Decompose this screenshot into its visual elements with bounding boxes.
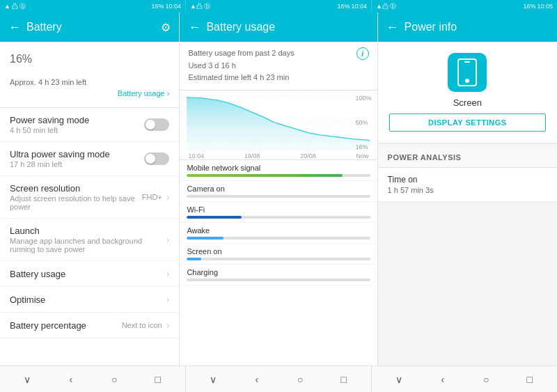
ultra-power-saving-left: Ultra power saving mode 17 h 28 min left (10, 149, 144, 168)
usage-bar-mobile-signal: Mobile network signal (180, 160, 377, 181)
power-info-back-button[interactable]: ← (386, 20, 399, 35)
launch-title: Launch (10, 226, 166, 236)
nav-home-2[interactable]: ○ (292, 372, 308, 387)
battery-settings-icon[interactable]: ⚙ (161, 21, 171, 34)
nav-down-3[interactable]: ∨ (391, 372, 407, 387)
usage-bar-screen: Screen on (180, 244, 377, 265)
nav-recents-1[interactable]: □ (150, 372, 166, 387)
battery-usage-item[interactable]: Battery usage › (0, 261, 179, 287)
usage-bar-awake: Awake (180, 223, 377, 244)
usage-bar-charging-track (187, 279, 370, 281)
nav-bar: ∨ ‹ ○ □ ∨ ‹ ○ □ ∨ ‹ ○ □ (0, 366, 557, 392)
usage-bar-wifi-fill (187, 216, 242, 219)
nav-down-2[interactable]: ∨ (205, 372, 221, 387)
nav-down-1[interactable]: ∨ (19, 372, 35, 387)
battery-usage-panel: ← Battery usage Battery usage from past … (180, 13, 377, 366)
battery-percent-display: 16% (10, 49, 169, 77)
usage-text-block: Battery usage from past 2 days Used 3 d … (188, 47, 294, 84)
battery-title: Battery (26, 21, 62, 33)
power-saving-toggle[interactable] (144, 118, 169, 131)
nav-recents-2[interactable]: □ (336, 372, 352, 387)
battery-pct-2: 16% (337, 3, 350, 10)
nav-segment-3: ∨ ‹ ○ □ (372, 366, 557, 392)
power-device-name: Screen (453, 97, 482, 108)
nav-recents-3[interactable]: □ (522, 372, 538, 387)
usage-bar-camera: Camera on (180, 181, 377, 202)
power-analysis-time-on: Time on 1 h 57 min 3s (378, 168, 557, 202)
battery-usage-info: Battery usage from past 2 days Used 3 d … (180, 42, 377, 91)
battery-chart: 100% 50% 16% 10:04 (180, 91, 377, 160)
status-left-3: ▲凸 ⓑ (376, 2, 396, 11)
usage-bar-wifi-label: Wi-Fi (187, 205, 370, 214)
optimise-title: Optimise (10, 295, 166, 305)
launch-sub: Manage app launches and background runni… (10, 237, 166, 253)
status-right-1: 16% 10:04 (151, 3, 181, 10)
nav-back-3[interactable]: ‹ (435, 372, 450, 387)
usage-bar-camera-fill (187, 195, 189, 198)
status-segment-3: ▲凸 ⓑ 16% 10:05 (372, 0, 557, 13)
power-saving-mode-left: Power saving mode 4 h 50 min left (10, 115, 144, 134)
time-1: 10:04 (165, 3, 181, 10)
nav-back-2[interactable]: ‹ (249, 372, 265, 387)
power-saving-mode-title: Power saving mode (10, 115, 144, 125)
bt-icon-1: ⓑ (19, 2, 26, 11)
battery-percent-symbol: % (22, 53, 32, 65)
battery-approx-text: Approx. 4 h 23 min left (10, 78, 169, 86)
nav-segment-1: ∨ ‹ ○ □ (0, 366, 186, 392)
status-segment-2: ▲凸 ⓑ 16% 10:04 (186, 0, 372, 13)
battery-percentage-title: Battery percentage (10, 320, 122, 331)
battery-percentage-chevron: › (166, 320, 170, 331)
usage-bar-awake-track (187, 237, 370, 240)
battery-panel: ← Battery ⚙ 16% Approx. 4 h 23 min left … (0, 13, 180, 366)
launch-chevron: › (166, 234, 170, 245)
launch-left: Launch Manage app launches and backgroun… (10, 226, 166, 253)
usage-bar-mobile-label: Mobile network signal (187, 164, 370, 172)
chart-x-2: 19/08 (244, 152, 260, 159)
usage-bar-camera-label: Camera on (187, 185, 370, 193)
usage-bar-wifi-track (187, 216, 370, 219)
ultra-power-saving-sub: 17 h 28 min left (10, 160, 144, 168)
launch-item[interactable]: Launch Manage app launches and backgroun… (0, 219, 179, 261)
optimise-item[interactable]: Optimise › (0, 287, 179, 313)
ultra-power-saving-item[interactable]: Ultra power saving mode 17 h 28 min left (0, 142, 179, 176)
battery-header: ← Battery ⚙ (0, 13, 179, 42)
battery-usage-header: ← Battery usage (180, 13, 377, 42)
battery-usage-chevron: › (166, 268, 170, 279)
nav-home-1[interactable]: ○ (107, 372, 122, 387)
battery-menu-list: Power saving mode 4 h 50 min left Ultra … (0, 108, 179, 366)
status-bar: ▲ 凸 ⓑ 16% 10:04 ▲凸 ⓑ 16% 10:04 ▲凸 ⓑ 16% … (0, 0, 557, 13)
chart-x-3: 20/08 (300, 152, 316, 159)
usage-info-icon[interactable]: i (356, 47, 369, 60)
usage-bar-screen-label: Screen on (187, 247, 370, 256)
battery-usage-back-button[interactable]: ← (188, 20, 201, 35)
usage-info-text2: Used 3 d 16 h (188, 60, 294, 72)
screen-resolution-item[interactable]: Screen resolution Adjust screen resoluti… (0, 176, 179, 219)
nav-back-1[interactable]: ‹ (63, 372, 79, 387)
screen-resolution-chevron: › (166, 191, 170, 203)
chart-y-50: 50% (356, 119, 372, 126)
battery-back-button[interactable]: ← (8, 20, 21, 35)
optimise-left: Optimise (10, 295, 166, 305)
signal-icon-3: ▲凸 (376, 2, 389, 11)
usage-bar-charging-label: Charging (187, 268, 370, 276)
ultra-power-saving-toggle[interactable] (144, 152, 169, 165)
battery-percentage-item[interactable]: Battery percentage Next to icon › (0, 313, 179, 338)
power-info-header-left: ← Power info (386, 20, 457, 35)
bt-icon-2: ⓑ (204, 2, 210, 11)
time-on-value: 1 h 57 min 3s (388, 186, 547, 194)
chart-x-1: 10:04 (188, 152, 204, 159)
power-saving-mode-item[interactable]: Power saving mode 4 h 50 min left (0, 108, 179, 142)
battery-pct-1: 16% (151, 3, 164, 10)
usage-bars-list: Mobile network signal Camera on Wi-Fi (180, 160, 377, 366)
power-analysis-header: POWER ANALYSIS (378, 148, 557, 168)
usage-bar-charging: Charging (180, 265, 377, 285)
battery-percentage-left: Battery percentage (10, 320, 122, 331)
battery-usage-link[interactable]: Battery usage › (10, 86, 169, 100)
status-left-2: ▲凸 ⓑ (190, 2, 210, 11)
power-info-panel: ← Power info Screen DISPLAY SETTINGS POW… (378, 13, 557, 366)
bt-icon-3: ⓑ (390, 2, 396, 11)
nav-home-3[interactable]: ○ (478, 372, 494, 387)
battery-header-left: ← Battery (8, 20, 62, 35)
screen-resolution-left: Screen resolution Adjust screen resoluti… (10, 183, 142, 211)
display-settings-button[interactable]: DISPLAY SETTINGS (389, 113, 546, 132)
